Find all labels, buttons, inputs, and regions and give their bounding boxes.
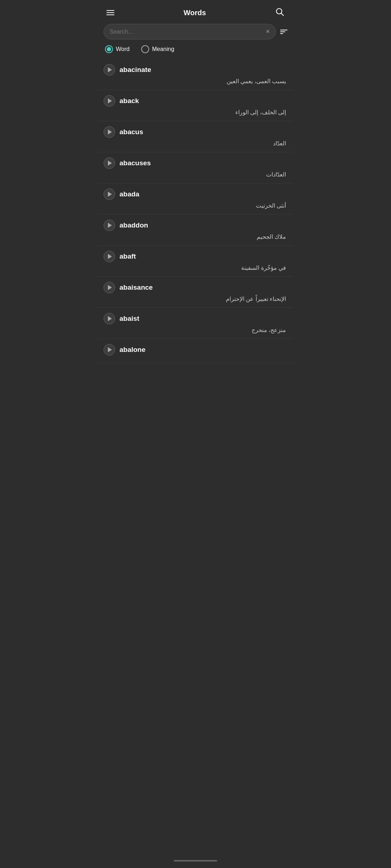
radio-word-label: Word	[116, 46, 130, 52]
word-row: abada	[104, 188, 287, 200]
list-item: abacinateيسبب العمى، يعمي العين	[98, 59, 293, 90]
play-button[interactable]	[104, 313, 115, 324]
word-text: abacinate	[119, 66, 151, 74]
play-icon	[108, 223, 112, 228]
word-meaning: منزعج، منحرج	[104, 327, 287, 333]
word-text: aback	[119, 97, 139, 105]
clear-icon[interactable]: ×	[266, 28, 270, 35]
page-title: Words	[184, 9, 206, 17]
word-row: abalone	[104, 344, 287, 356]
play-button[interactable]	[104, 188, 115, 200]
word-row: abaddon	[104, 220, 287, 231]
word-text: abaist	[119, 315, 139, 323]
list-item: abackإلى الخلف، إلى الوراء	[98, 90, 293, 121]
play-button[interactable]	[104, 344, 115, 356]
list-item: abacusالعدّاد	[98, 121, 293, 152]
list-item: abaistمنزعج، منحرج	[98, 308, 293, 339]
play-button[interactable]	[104, 282, 115, 293]
play-icon	[108, 192, 112, 197]
play-icon	[108, 285, 112, 290]
svg-line-1	[281, 13, 283, 16]
radio-word-inner	[107, 47, 111, 51]
word-meaning: في مؤخّرة السفينة	[104, 264, 287, 271]
play-icon	[108, 129, 112, 135]
list-item: abaisanceالإنحناء تعبيراً عن الإحترام	[98, 277, 293, 308]
play-icon	[108, 67, 112, 72]
word-list: abacinateيسبب العمى، يعمي العينabackإلى …	[98, 59, 293, 363]
header: Words	[98, 0, 293, 24]
word-meaning: العدّادات	[104, 171, 287, 178]
word-row: abaisance	[104, 282, 287, 293]
word-meaning: العدّاد	[104, 140, 287, 147]
word-row: abacuses	[104, 157, 287, 169]
radio-word-circle	[105, 45, 113, 53]
word-text: abaisance	[119, 284, 153, 292]
word-text: abacus	[119, 128, 143, 136]
filter-icon[interactable]	[280, 30, 287, 34]
word-row: abaft	[104, 251, 287, 262]
play-button[interactable]	[104, 64, 115, 76]
play-button[interactable]	[104, 126, 115, 138]
word-meaning: ملاك الجحيم	[104, 233, 287, 240]
word-text: abaft	[119, 252, 136, 260]
home-indicator	[174, 860, 217, 861]
radio-word[interactable]: Word	[105, 45, 130, 53]
word-row: abacus	[104, 126, 287, 138]
word-meaning: الإنحناء تعبيراً عن الإحترام	[104, 295, 287, 302]
list-item: abaddonملاك الجحيم	[98, 214, 293, 246]
play-icon	[108, 161, 112, 166]
search-row: ×	[98, 24, 293, 44]
word-meaning: يسبب العمى، يعمي العين	[104, 78, 287, 85]
word-text: abada	[119, 190, 139, 198]
play-button[interactable]	[104, 157, 115, 169]
search-icon[interactable]	[275, 7, 285, 18]
play-button[interactable]	[104, 251, 115, 262]
word-text: abaddon	[119, 221, 148, 229]
list-item: abalone	[98, 339, 293, 363]
word-text: abacuses	[119, 159, 151, 167]
word-meaning: إلى الخلف، إلى الوراء	[104, 109, 287, 116]
search-box[interactable]: ×	[104, 24, 276, 39]
list-item: abacusesالعدّادات	[98, 152, 293, 183]
word-meaning: أنثى الخرتيت	[104, 202, 287, 209]
word-row: abaist	[104, 313, 287, 324]
search-input[interactable]	[110, 29, 263, 35]
bottom-bar	[98, 856, 293, 868]
play-icon	[108, 316, 112, 321]
word-row: abacinate	[104, 64, 287, 76]
list-item: abaftفي مؤخّرة السفينة	[98, 246, 293, 277]
play-icon	[108, 347, 112, 352]
play-icon	[108, 98, 112, 103]
list-item: abadaأنثى الخرتيت	[98, 183, 293, 214]
word-row: aback	[104, 95, 287, 107]
play-button[interactable]	[104, 220, 115, 231]
play-button[interactable]	[104, 95, 115, 107]
word-text: abalone	[119, 346, 146, 354]
radio-meaning-circle	[141, 45, 149, 53]
radio-meaning[interactable]: Meaning	[141, 45, 174, 53]
play-icon	[108, 254, 112, 259]
radio-meaning-label: Meaning	[152, 46, 174, 52]
menu-icon[interactable]	[106, 10, 114, 15]
radio-row: Word Meaning	[98, 44, 293, 59]
